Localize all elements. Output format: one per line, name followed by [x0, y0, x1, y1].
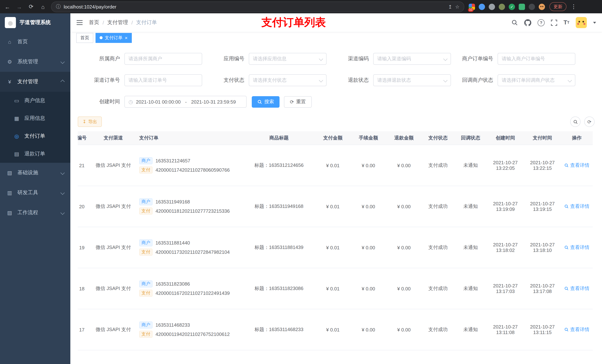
tab-home[interactable]: 首页: [76, 33, 93, 43]
bookmark-star-icon[interactable]: ☆: [455, 4, 460, 10]
breadcrumb-separator: /: [131, 20, 133, 26]
cell-fee: ¥ 0.00: [351, 309, 386, 350]
cell-amount: ¥ 0.01: [315, 145, 351, 186]
search-button[interactable]: 搜索: [252, 96, 280, 107]
back-icon[interactable]: ←: [4, 3, 11, 10]
view-detail-link[interactable]: 查看详情: [564, 326, 589, 333]
extension-puzzle-icon[interactable]: 10: [469, 3, 475, 10]
view-detail-link[interactable]: 查看详情: [564, 203, 589, 210]
search-toggle-button[interactable]: [570, 116, 580, 127]
cell-paid: 2021-10-27 13:11:15: [524, 309, 561, 350]
breadcrumb-home[interactable]: 首页: [89, 19, 99, 26]
notify-status-select[interactable]: 请选择订单回调商户状态: [498, 74, 575, 86]
tab-pay-order[interactable]: 支付订单 ×: [96, 33, 132, 43]
gear-icon: ⚙: [6, 59, 13, 65]
sidebar-item-refund-order[interactable]: ▤ 退款订单: [0, 145, 70, 163]
search-icon[interactable]: [511, 19, 518, 26]
table-toolbar: ↧ 导出 ⟳: [78, 116, 595, 127]
close-icon[interactable]: ×: [125, 35, 128, 40]
col-header-id: 编号: [78, 131, 91, 145]
placeholder-text: 请选择退款状态: [377, 77, 411, 83]
merchant-select[interactable]: 请选择所属商户: [124, 53, 202, 65]
clock-icon: ◷: [129, 99, 133, 105]
extension-icon-chat[interactable]: [519, 3, 525, 10]
refresh-button[interactable]: ⟳: [584, 116, 595, 127]
cell-paid: 2021-10-27 13:17:08: [524, 268, 561, 309]
create-time-range-picker[interactable]: ◷ 2021-10-01 00:00:00 - 2021-10-31 23:59…: [124, 96, 247, 108]
cell-fee: ¥ 0.00: [351, 227, 386, 268]
placeholder-text: 请输入商户订单编号: [502, 55, 545, 62]
sidebar-item-pay-order[interactable]: ◎ 支付订单: [0, 127, 70, 145]
col-header-status: 支付状态: [422, 131, 454, 145]
reset-button[interactable]: ⟳ 重置: [284, 96, 312, 107]
sidebar-item-payment[interactable]: ¥ 支付管理: [0, 72, 70, 92]
channel-order-no-input[interactable]: 请输入渠道订单号: [124, 74, 202, 86]
view-detail-link[interactable]: 查看详情: [564, 162, 589, 169]
tab-label: 首页: [80, 35, 89, 41]
browser-update-button[interactable]: 更新: [549, 2, 567, 11]
date-end-value: 2021-10-31 23:59:59: [191, 99, 236, 104]
pay-tag: 支付: [139, 166, 152, 174]
extension-icon-gray[interactable]: [489, 3, 495, 10]
filter-label: 回调商户状态: [451, 77, 498, 83]
placeholder-text: 请选择所属商户: [129, 55, 162, 62]
extension-icon-olive[interactable]: [499, 3, 505, 10]
cell-channel: 微信 JSAPI 支付: [91, 227, 136, 268]
sidebar-item-label: 支付管理: [17, 78, 38, 85]
chevron-down-icon: [319, 57, 323, 61]
cell-channel: 微信 JSAPI 支付: [91, 145, 136, 186]
sidebar-item-home[interactable]: ⌂ 首页: [0, 32, 70, 52]
view-detail-link[interactable]: 查看详情: [564, 244, 589, 251]
channel-code-select[interactable]: 请输入渠道编码: [373, 53, 451, 65]
sidebar-item-system[interactable]: ⚙ 系统管理: [0, 52, 70, 72]
pay-tag: 支付: [139, 290, 152, 297]
export-button[interactable]: ↧ 导出: [78, 116, 102, 127]
pay-status-select[interactable]: 请选择支付状态: [249, 74, 327, 86]
merchant-order-no-input[interactable]: 请输入商户订单编号: [498, 53, 575, 65]
reload-icon[interactable]: ⟳: [27, 3, 35, 10]
tags-view-bar: 首页 支付订单 ×: [70, 32, 602, 44]
cell-status: 支付成功: [422, 309, 454, 350]
cell-amount: ¥ 0.01: [315, 186, 351, 227]
cell-title: 标题：1635311468233: [243, 309, 315, 350]
extension-icon-dark[interactable]: [529, 3, 535, 10]
sidebar-item-infrastructure[interactable]: ▧ 基础设施: [0, 163, 70, 183]
filter-label: 商户订单编号: [451, 55, 498, 62]
browser-profile-avatar[interactable]: [539, 3, 545, 10]
cell-action: 查看详情: [561, 145, 593, 186]
app-select[interactable]: 请选择应用信息: [249, 53, 327, 65]
avatar-caret-icon[interactable]: [593, 22, 596, 23]
user-avatar[interactable]: [576, 17, 587, 28]
col-header-title: 商品标题: [243, 131, 315, 145]
refund-status-select[interactable]: 请选择退款状态: [373, 74, 451, 86]
sidebar-item-app-info[interactable]: ▦ 应用信息: [0, 110, 70, 127]
cell-created: 2021-10-27 13:18:02: [487, 227, 524, 268]
placeholder-text: 请输入渠道订单号: [129, 77, 167, 83]
view-detail-link[interactable]: 查看详情: [564, 285, 589, 292]
help-icon[interactable]: ?: [538, 19, 545, 26]
browser-menu-icon[interactable]: ⋮: [571, 3, 576, 10]
fullscreen-icon[interactable]: [551, 20, 557, 26]
address-bar[interactable]: ⓘ localhost:1024/pay/order ↥ ☆: [51, 1, 464, 12]
font-size-icon[interactable]: TT: [563, 20, 570, 26]
extension-icon-blue[interactable]: [479, 3, 485, 10]
cell-status: 支付成功: [422, 227, 454, 268]
extension-icon-check[interactable]: ✓: [509, 3, 515, 10]
merchant-tag: 商户: [139, 281, 152, 287]
cell-paid: [524, 350, 561, 364]
share-icon[interactable]: ↥: [448, 4, 452, 10]
col-header-action: 操作: [561, 131, 593, 145]
site-info-icon[interactable]: ⓘ: [56, 3, 61, 10]
table-row: 17 微信 JSAPI 支付 商户 1635311468233 支付 42000…: [78, 309, 593, 350]
app-logo[interactable]: 芋道管理系统: [0, 13, 70, 32]
sidebar-toggle-icon[interactable]: [76, 20, 83, 26]
sidebar-item-devtools[interactable]: ▥ 研发工具: [0, 183, 70, 203]
cell-notify: 未通知: [454, 309, 487, 350]
forward-icon[interactable]: →: [16, 3, 23, 10]
sidebar-item-merchant-info[interactable]: ▭ 商户信息: [0, 92, 70, 110]
filter-row-2: 渠道订单号 请输入渠道订单号 支付状态 请选择支付状态 退款状态 请选择退款状态…: [78, 74, 595, 86]
sidebar-item-workflow[interactable]: ▨ 工作流程: [0, 203, 70, 223]
breadcrumb-payment[interactable]: 支付管理: [107, 19, 128, 26]
github-icon[interactable]: [524, 19, 531, 26]
home-icon[interactable]: ⌂: [39, 3, 47, 10]
